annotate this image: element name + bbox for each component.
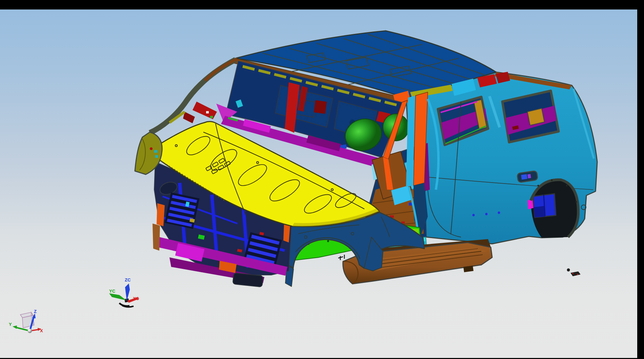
wcs-z-arrow[interactable] [125, 283, 130, 301]
car-body-model[interactable] [135, 31, 597, 287]
window-right-bar [637, 0, 644, 359]
absolute-csys-triad[interactable]: Z Y X [9, 309, 43, 333]
3d-graphics-viewport[interactable]: ZC YC XC Z Y X [0, 9, 637, 358]
sill-pins [338, 255, 344, 260]
wcs-y-arrow[interactable] [109, 293, 126, 300]
abs-y-label: Y [9, 322, 12, 327]
wcs-y-label: YC [109, 289, 116, 294]
wcs-triad[interactable]: ZC YC XC [109, 277, 139, 307]
csys-origin-sphere [28, 329, 32, 333]
abs-x-label: X [40, 328, 43, 333]
loose-debris-parts[interactable] [567, 269, 581, 276]
spare-tire-bracket [533, 194, 556, 217]
wcs-z-label: ZC [125, 277, 131, 282]
cad-application-window: ZC YC XC Z Y X [0, 0, 644, 359]
abs-z-label: Z [34, 309, 37, 314]
scene: ZC YC XC Z Y X [0, 9, 637, 358]
window-top-bar [0, 0, 644, 9]
wcs-x-label: XC [133, 296, 139, 301]
